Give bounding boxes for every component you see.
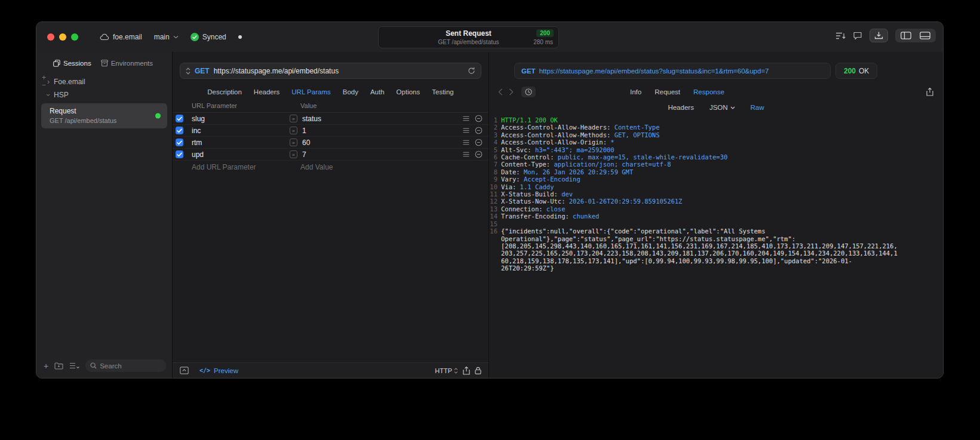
search-input[interactable] — [100, 362, 161, 370]
preview-button[interactable]: </> Preview — [199, 367, 238, 374]
subtab-json[interactable]: JSON — [709, 104, 735, 111]
param-checkbox[interactable] — [176, 127, 183, 134]
param-value-cell[interactable]: =60 — [286, 139, 463, 147]
sort-lines-icon[interactable] — [835, 32, 846, 40]
sidebar-search[interactable] — [85, 359, 166, 372]
tab-testing[interactable]: Testing — [432, 88, 453, 96]
remove-row-icon[interactable] — [475, 115, 483, 122]
param-checkbox[interactable] — [176, 139, 183, 146]
line-content — [501, 220, 943, 227]
tab-headers[interactable]: Headers — [254, 88, 279, 96]
tab-auth[interactable]: Auth — [370, 88, 385, 96]
param-checkbox[interactable] — [176, 115, 183, 122]
param-value-cell[interactable]: =7 — [286, 150, 463, 159]
request-url[interactable]: https://statuspage.me/api/embed/status — [214, 67, 463, 75]
tab-response[interactable]: Response — [693, 88, 724, 96]
project-name[interactable]: foe.email — [113, 33, 142, 41]
collapse-handle[interactable]: – — [42, 82, 46, 88]
request-item-title: Request — [50, 107, 161, 115]
history-forward-icon[interactable] — [506, 88, 517, 96]
param-value-cell[interactable]: =1 — [286, 127, 463, 135]
line-content: X-Status-Build: dev — [501, 190, 943, 198]
add-session-button[interactable]: + — [42, 75, 46, 81]
param-name[interactable]: rtm — [183, 139, 286, 147]
subtab-raw[interactable]: Raw — [751, 104, 764, 111]
subtab-headers[interactable]: Headers — [668, 104, 693, 111]
request-list-item-selected[interactable]: Request GET /api/embed/status — [41, 103, 167, 128]
refresh-icon[interactable] — [468, 67, 475, 75]
app-window: foe.email main Synced Sent Request GET /… — [36, 21, 944, 379]
protocol-selector[interactable]: HTTP — [435, 367, 458, 374]
reorder-icon[interactable] — [463, 152, 469, 157]
add-param-value[interactable]: Add Value — [286, 163, 489, 171]
lock-icon[interactable] — [475, 367, 481, 374]
chevron-right-icon[interactable]: › — [47, 78, 50, 85]
add-param-row[interactable]: Add URL Parameter Add Value — [173, 161, 489, 173]
import-tray-icon[interactable] — [870, 29, 888, 42]
comment-icon[interactable] — [853, 32, 862, 40]
tab-environments[interactable]: Environments — [101, 60, 153, 67]
toggle-bottom-panel-icon[interactable] — [180, 367, 189, 374]
tab-options[interactable]: Options — [397, 88, 420, 96]
sessions-label: Sessions — [63, 60, 91, 67]
tab-description[interactable]: Description — [207, 88, 242, 96]
history-clock-icon[interactable] — [521, 87, 536, 97]
reorder-icon[interactable] — [463, 140, 469, 145]
remove-row-icon[interactable] — [475, 127, 483, 134]
chevron-down-icon[interactable]: › — [45, 94, 52, 96]
tree-item-hsp[interactable]: › HSP — [41, 88, 167, 101]
sent-request-url-box[interactable]: GET https://statuspage.me/api/embed/stat… — [514, 63, 831, 79]
sort-options-icon[interactable] — [69, 362, 79, 369]
tab-info[interactable]: Info — [630, 88, 641, 96]
line-number: 5 — [489, 146, 501, 153]
param-value[interactable]: status — [302, 115, 321, 123]
line-number: 12 — [489, 198, 501, 205]
tab-body[interactable]: Body — [343, 88, 358, 96]
param-value-cell[interactable]: =status — [286, 115, 463, 123]
branch-chevron-icon[interactable] — [173, 35, 179, 39]
response-code[interactable]: 1HTTP/1.1 200 OK2Access-Control-Allow-He… — [489, 116, 943, 378]
request-status-dot — [155, 113, 161, 119]
tab-sessions[interactable]: Sessions — [53, 60, 91, 67]
sent-request-capsule[interactable]: Sent Request GET /api/embed/status 200 2… — [378, 26, 559, 48]
request-item-subtitle: GET /api/embed/status — [50, 117, 161, 124]
bottom-panel-toggle-icon[interactable] — [920, 32, 930, 39]
close-button[interactable] — [47, 33, 54, 41]
param-name[interactable]: inc — [183, 127, 286, 135]
tab-request[interactable]: Request — [655, 88, 680, 96]
minimize-button[interactable] — [59, 33, 66, 41]
method-selector-icon[interactable] — [186, 67, 191, 75]
line-content: Transfer-Encoding: chunked — [501, 213, 943, 220]
branch-name[interactable]: main — [154, 33, 170, 41]
tab-url-params[interactable]: URL Params — [291, 88, 330, 96]
param-value[interactable]: 7 — [302, 150, 306, 159]
zoom-button[interactable] — [71, 33, 78, 41]
param-value[interactable]: 60 — [302, 139, 310, 147]
sidebar-toggle-icon[interactable] — [901, 32, 911, 39]
tree-item-label: Foe.email — [54, 78, 85, 86]
tab-label: Testing — [432, 88, 453, 96]
param-checkbox[interactable] — [176, 150, 183, 158]
tab-label: Headers — [668, 104, 693, 111]
request-method[interactable]: GET — [195, 67, 210, 75]
history-back-icon[interactable] — [495, 88, 506, 96]
share-icon[interactable] — [463, 367, 470, 375]
tree-item-foe-email[interactable]: › Foe.email — [41, 75, 167, 88]
reorder-icon[interactable] — [463, 116, 469, 121]
response-status-box: 200 OK — [835, 63, 877, 79]
reorder-icon[interactable] — [463, 128, 469, 133]
param-name[interactable]: upd — [183, 150, 286, 159]
param-value[interactable]: 1 — [302, 127, 306, 135]
request-tabs: DescriptionHeadersURL ParamsBodyAuthOpti… — [173, 87, 489, 97]
remove-row-icon[interactable] — [475, 139, 483, 146]
new-folder-icon[interactable] — [54, 362, 63, 370]
add-request-button[interactable]: + — [44, 361, 48, 371]
line-content: HTTP/1.1 200 OK — [501, 116, 943, 124]
request-url-bar[interactable]: GET https://statuspage.me/api/embed/stat… — [180, 63, 481, 79]
export-response-icon[interactable] — [926, 88, 933, 96]
sync-status-label[interactable]: Synced — [202, 33, 226, 41]
tab-label: Info — [630, 88, 641, 96]
param-name[interactable]: slug — [183, 115, 286, 123]
remove-row-icon[interactable] — [475, 150, 483, 158]
add-param-name[interactable]: Add URL Parameter — [173, 163, 286, 171]
